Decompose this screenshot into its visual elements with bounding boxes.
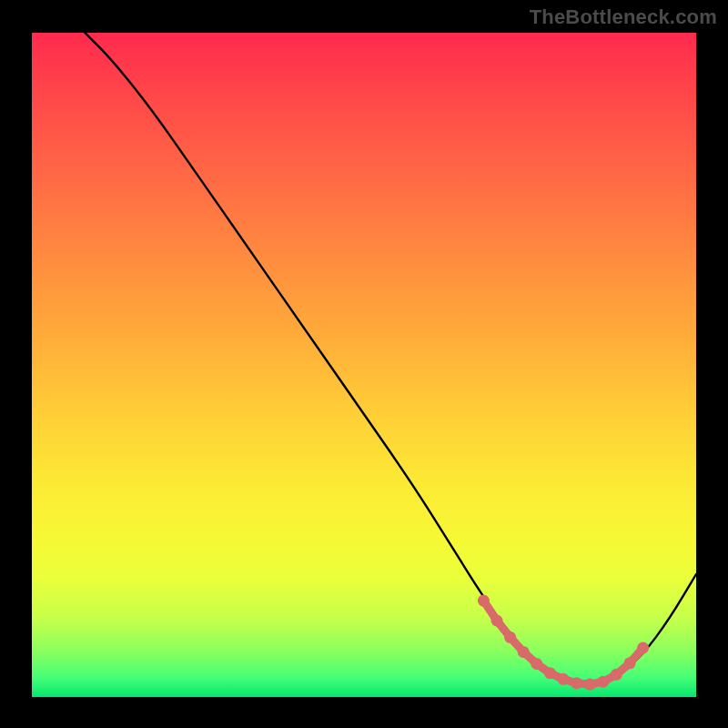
optimal-marker-dot — [544, 667, 556, 679]
optimal-marker-dot — [478, 595, 490, 607]
optimal-band-markers — [478, 595, 649, 691]
optimal-marker-dot — [637, 642, 649, 654]
bottleneck-curve — [85, 33, 696, 683]
watermark-label: TheBottleneck.com — [530, 5, 717, 29]
optimal-marker-dot — [518, 646, 530, 658]
optimal-marker-dot — [558, 673, 570, 685]
optimal-marker-dot — [491, 615, 503, 627]
optimal-marker-dot — [611, 669, 622, 681]
optimal-marker-dot — [597, 676, 609, 688]
optimal-marker-dot — [624, 657, 636, 669]
optimal-marker-dot — [504, 632, 516, 643]
curve-layer — [32, 33, 696, 697]
chart-container: TheBottleneck.com — [0, 0, 728, 728]
optimal-marker-dot — [571, 677, 582, 689]
plot-area — [32, 33, 696, 697]
optimal-marker-dot — [584, 679, 596, 691]
optimal-marker-dot — [531, 658, 542, 670]
